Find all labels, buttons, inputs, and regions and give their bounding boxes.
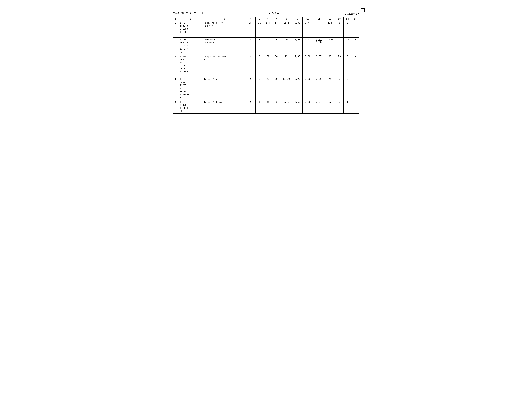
cell-row4-col4: шт. [246,54,255,77]
cell-row6-col13: 3 [335,100,343,114]
cell-row2-col1: 2 [173,21,179,38]
cell-row3-col1: 3 [173,38,179,54]
cell-row4-col7: 36 [272,54,280,77]
cell-row6-col15: – [352,100,359,114]
table-row: 2 I7-04доп.432-I398II-93--I Манометр МП-… [173,21,359,38]
bottom-corners [173,119,359,121]
cell-row6-col4: шт. [246,100,255,114]
cell-row6-col10: 0,85 [303,100,313,114]
cell-row3-col12: I260 [325,38,335,54]
cell-row2-col4: шт. [246,21,255,38]
cell-row3-col4: шт. [246,38,255,54]
cell-row2-col8: II,6 [280,21,292,38]
cell-row5-col8: I4,80 [280,77,292,100]
table-row: 4 I7-04доп.79/8Iп.2--0783II-I40--3 Диафр… [173,54,359,77]
cell-row2-col14: 8 [343,21,352,38]
cell-row3-col11: 0,220,03 [313,38,325,54]
cell-row6-col3: То же, Ду80 мм [203,100,246,114]
cell-row3-col6: I6 [264,38,272,54]
cell-row5-col7: 30 [272,77,280,100]
cell-row3-col5: 9 [256,38,264,54]
col-header-8: 8 [280,17,292,21]
doc-ref: 903-I-278.90.Ал.I8,кн.6 [173,12,203,15]
cell-row6-col6: 8 [264,100,272,114]
cell-row3-col13: 4I [335,38,343,54]
cell-row2-col6: I,4 [264,21,272,38]
cell-row2-col11: – [313,21,325,38]
cell-row4-col3: Диафрагма ДКС 06--I25 [203,54,246,77]
cell-row5-col3: То же, Ду50 [203,77,246,100]
cell-row4-col6: I2 [264,54,272,77]
cell-row3-col14: 25 [343,38,352,54]
cell-row5-col15: – [352,77,359,100]
cell-row5-col11: 0,06– [313,77,325,100]
cell-row4-col12: 63 [325,54,335,77]
table-row: 3 I7-04доп.362-I375II-247--I Дифманометр… [173,38,359,54]
col-header-4: 4 [246,17,255,21]
table-row: 6 I7-042-078III-I40--2 То же, Ду80 мм шт… [173,100,359,114]
col-header-13: 13 [335,17,343,21]
col-header-15: 15 [352,17,359,21]
page: 903-I-278.90.Ал.I8,кн.6 — 643 — 24218-27… [166,7,366,128]
corner-bracket-bottom-right [357,119,359,121]
cell-row6-col7: 8 [272,100,280,114]
cell-row2-col7: I4 [272,21,280,38]
cell-row2-col2: I7-04доп.432-I398II-93--I [179,21,203,38]
cell-row5-col9: I,27 [292,77,303,100]
cell-row4-col13: I3 [335,54,343,77]
cell-row4-col11: 0,07– [313,54,325,77]
cell-row5-col13: 6 [335,77,343,100]
main-table: 1 2 3 4 5 6 7 8 9 10 11 12 13 14 15 2 I7… [173,17,359,114]
col-header-11: 11 [313,17,325,21]
cell-row3-col10: 2,83 [303,38,313,54]
corner-bracket-bottom-left [173,119,175,121]
doc-number: 24218-27 [345,12,359,15]
col-header-2: 2 [179,17,203,21]
col-header-7: 7 [272,17,280,21]
cell-row6-col9: 2,65 [292,100,303,114]
cell-row3-col3: ДифманометрДСП-I60М [203,38,246,54]
page-number: — 643 — [269,12,279,15]
cell-row2-col10: 0,77 [303,21,313,38]
table-header-row: 1 2 3 4 5 6 7 8 9 10 11 12 13 14 15 [173,17,359,21]
cell-row2-col5: IO [256,21,264,38]
header: 903-I-278.90.Ал.I8,кн.6 — 643 — 24218-27 [173,12,359,15]
cell-row2-col13: 8 [335,21,343,38]
cell-row6-col14: I [343,100,352,114]
corner-bracket-top-right [361,8,364,12]
cell-row2-col3: Манометр МП-4У4,МВП-4-У [203,21,246,38]
cell-row2-col15: – [352,21,359,38]
cell-row3-col15: 2 [352,38,359,54]
cell-row4-col8: 2I [280,54,292,77]
cell-row5-col5: 5 [256,77,264,100]
cell-row5-col10: 0,62 [303,77,313,100]
cell-row4-col1: 4 [173,54,179,77]
cell-row4-col9: 4,36 [292,54,303,77]
col-header-5: 5 [256,17,264,21]
cell-row6-col8: I7,3 [280,100,292,114]
col-header-12: 12 [325,17,335,21]
cell-row2-col9: 0,80 [292,21,303,38]
cell-row4-col10: 0,98 [303,54,313,77]
cell-row3-col7: I44 [272,38,280,54]
cell-row4-col5: 3 [256,54,264,77]
cell-row6-col5: I [256,100,264,114]
cell-row5-col6: 6 [264,77,272,100]
table-row: 5 I7-04доп.79/8I2--0779II-I40--I То же, … [173,77,359,100]
cell-row6-col12: I7 [325,100,335,114]
col-header-6: 6 [264,17,272,21]
cell-row6-col2: I7-042-078III-I40--2 [179,100,203,114]
cell-row3-col9: 4,59 [292,38,303,54]
cell-row4-col14: 3 [343,54,352,77]
cell-row6-col11: 0,07– [313,100,325,114]
cell-row5-col1: 5 [173,77,179,100]
cell-row2-col12: II6 [325,21,335,38]
cell-row3-col8: I40 [280,38,292,54]
cell-row5-col2: I7-04доп.79/8I2--0779II-I40--I [179,77,203,100]
col-header-1: 1 [173,17,179,21]
cell-row4-col15: – [352,54,359,77]
col-header-9: 9 [292,17,303,21]
cell-row4-col2: I7-04доп.79/8Iп.2--0783II-I40--3 [179,54,203,77]
cell-row3-col2: I7-04доп.362-I375II-247--I [179,38,203,54]
col-header-14: 14 [343,17,352,21]
